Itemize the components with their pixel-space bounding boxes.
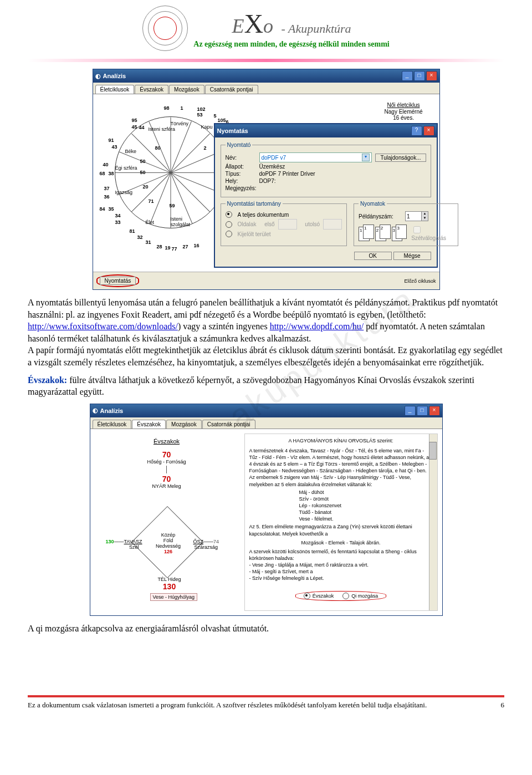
print-button[interactable]: Nyomtatás: [100, 277, 136, 285]
minimize-button[interactable]: _: [405, 406, 416, 416]
ok-button[interactable]: OK: [354, 252, 392, 260]
dialog-title: Nyomtatás: [217, 128, 248, 134]
tab-evszakok[interactable]: Évszakok: [135, 85, 168, 94]
analysis-window-2: ◐Analízis _ □ × Életciklusok Évszakok Mo…: [90, 404, 443, 616]
app-icon: ◐: [95, 73, 101, 80]
tab-mozgasok[interactable]: Mozgások: [166, 420, 202, 429]
app-icon: ◐: [93, 407, 98, 414]
chevron-down-icon: ▾: [362, 154, 370, 161]
close-button[interactable]: ×: [426, 71, 437, 81]
tab-csatornak[interactable]: Csatornák pontjai: [202, 420, 255, 429]
dopdf-link[interactable]: http://www.dopdf.com/hu/: [270, 322, 364, 331]
copies-spin[interactable]: ▲▼: [405, 211, 428, 221]
view-mode-radios: Évszakok Qi mozgása: [295, 591, 387, 601]
qi-radio[interactable]: [342, 593, 349, 599]
maximize-button[interactable]: □: [414, 71, 425, 81]
close-button[interactable]: ×: [429, 406, 440, 416]
dialog-close-button[interactable]: ×: [423, 126, 434, 136]
tab-strip: Életciklusok Évszakok Mozgások Csatornák…: [93, 83, 439, 94]
logo-icon: [142, 6, 188, 51]
paragraph-1: A nyomtatás billentyű lenyomása után a f…: [28, 297, 504, 369]
range-selection-radio[interactable]: [226, 231, 232, 237]
printer-state: Üzemkész: [259, 164, 285, 170]
status-text: Előző ciklusok: [404, 278, 436, 284]
tab-mozgasok[interactable]: Mozgások: [169, 85, 204, 94]
header-rule: [28, 59, 504, 62]
tagline: Az egészség nem minden, de egészség nélk…: [193, 40, 389, 49]
subject-info: Női életciklus Nagy Elemérné 16 éves.: [385, 102, 423, 121]
printer-type: doPDF 7 Printer Driver: [259, 171, 315, 177]
tab-eletciklusok[interactable]: Életciklusok: [95, 85, 135, 94]
print-button-highlight: Nyomtatás: [96, 274, 140, 287]
range-pages-radio[interactable]: [226, 221, 232, 228]
help-button[interactable]: ?: [411, 126, 422, 136]
paragraph-2: Évszakok: fülre átváltva láthatjuk a köv…: [28, 374, 504, 398]
tab-evszakok[interactable]: Évszakok: [132, 420, 166, 429]
window-title: Analízis: [100, 407, 124, 414]
page-number: 6: [501, 701, 505, 710]
cancel-button[interactable]: Mégse: [393, 252, 431, 260]
collate-checkbox: [413, 226, 421, 233]
print-dialog: Nyomtatás ? × Nyomtató Név: doPDF v7▾: [214, 123, 438, 268]
range-from-input: [278, 219, 297, 230]
printer-fieldset: Nyomtató Név: doPDF v7▾ Tulajdonságok...…: [221, 142, 431, 197]
printer-name-label: Név:: [226, 155, 256, 161]
maximize-button[interactable]: □: [417, 406, 428, 416]
tab-csatornak[interactable]: Csatornák pontjai: [205, 85, 258, 94]
printer-select[interactable]: doPDF v7▾: [259, 152, 372, 162]
logo-text: EXo - Akupunktúra: [193, 8, 389, 39]
page-header: EXo - Akupunktúra Az egészség nem minden…: [28, 0, 504, 57]
seasons-diagram: Évszakok 70 Hőség - Forróság 70 NYÁR Mel…: [95, 434, 239, 611]
printer-comment-label: Megjegyzés:: [226, 185, 257, 191]
range-all-radio[interactable]: [226, 211, 232, 218]
page-footer: Ez a dokumentum csak vázlatosan ismertet…: [28, 695, 504, 710]
range-to-input: [323, 219, 342, 230]
analysis-window-1: ◐Analízis _ □ × Életciklusok Évszakok Mo…: [93, 69, 440, 290]
organ-box: Vese - Húgyhólyag: [150, 593, 198, 601]
properties-button[interactable]: Tulajdonságok...: [375, 154, 426, 162]
description-textbox[interactable]: A HAGYOMÁNYOS KÍNAI ORVOSLÁS szerint: A …: [244, 434, 438, 611]
paragraph-3: A qi mozgásra átkapcsolva az energiaáram…: [28, 623, 504, 635]
evszakok-radio[interactable]: [304, 593, 310, 599]
printer-where: DOP7:: [259, 178, 276, 184]
scrollbar[interactable]: [429, 434, 437, 610]
minimize-button[interactable]: _: [402, 71, 413, 81]
titlebar: ◐Analízis _ □ ×: [93, 69, 439, 83]
foxit-link[interactable]: http://www.foxitsoftware.com/downloads/: [28, 322, 178, 331]
tab-eletciklusok[interactable]: Életciklusok: [93, 420, 132, 429]
copies-fieldset: Nyomatok Példányszám: ▲▼ 1 1: [354, 201, 458, 246]
window-title: Analízis: [103, 73, 126, 79]
range-fieldset: Nyomtatási tartomány A teljes dokumentum…: [221, 201, 347, 246]
